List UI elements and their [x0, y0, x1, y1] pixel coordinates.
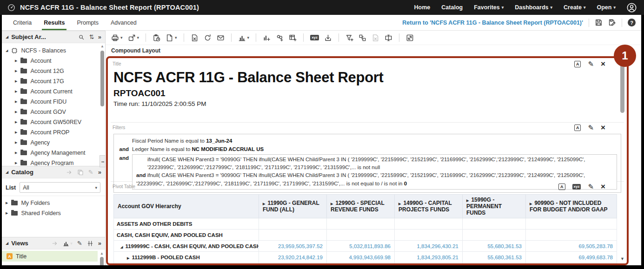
column-header-cell[interactable]: ▶11990G - GENERAL FUND (ALL): [259, 195, 327, 218]
nav-home[interactable]: Home: [414, 4, 431, 11]
content-scrollbar[interactable]: [620, 63, 624, 113]
new-filter-icon[interactable]: [345, 34, 353, 42]
nav-favorites[interactable]: Favorites▾: [474, 4, 504, 11]
tab-advanced[interactable]: Advanced: [111, 15, 137, 30]
hierarchy-row-label[interactable]: ▶1112999B - POOLED CASH: [114, 252, 259, 263]
nav-open[interactable]: Open▾: [597, 4, 616, 11]
refresh-icon[interactable]: [204, 34, 212, 42]
sidebar-splitter-handle[interactable]: ◂◂: [100, 155, 106, 167]
column-header-cell[interactable]: ▶12990G - SPECIAL REVENUE FUNDS: [327, 195, 395, 218]
data-cell[interactable]: 5,032,811,893.86: [327, 241, 395, 252]
search-icon[interactable]: [78, 34, 85, 40]
user-avatar-icon[interactable]: [627, 3, 637, 13]
collapse-triangle-icon[interactable]: ◢: [6, 241, 8, 245]
edit-view-icon[interactable]: ✎: [588, 183, 594, 191]
list-filter-select[interactable]: All▾: [20, 182, 100, 193]
edit-formula-icon[interactable]: xyz: [572, 184, 581, 190]
expanded-triangle-icon[interactable]: ◢: [6, 49, 8, 52]
format-container-icon[interactable]: A: [574, 61, 581, 67]
data-cell[interactable]: 1,834,293,805.21: [395, 252, 463, 263]
tree-item-folder[interactable]: ▶Account GOV: [6, 107, 99, 117]
hierarchy-row-label[interactable]: ▶1119999B - CASH AND CASH EQUIVALENTS: [114, 263, 259, 266]
remove-view-icon[interactable]: ×: [601, 125, 605, 131]
new-calculated-measure-icon[interactable]: [263, 34, 271, 42]
tab-criteria[interactable]: Criteria: [13, 15, 32, 30]
data-cell[interactable]: 69,505,283.78: [526, 241, 617, 252]
expand-panel-icon[interactable]: »: [98, 240, 101, 247]
nav-dashboards[interactable]: Dashboards▾: [515, 4, 552, 11]
new-view-icon[interactable]: ▾: [238, 34, 250, 42]
format-container-icon[interactable]: A: [558, 184, 565, 190]
copy-item-icon[interactable]: [77, 169, 84, 176]
column-header-cell[interactable]: ▶15990G - PERMANENT FUNDS: [463, 195, 526, 218]
import-formatting-icon[interactable]: [324, 34, 332, 42]
tree-item-folder[interactable]: ▶Account 12G: [6, 66, 99, 76]
scroll-up-icon[interactable]: ▲: [100, 44, 104, 48]
selection-steps-icon[interactable]: [359, 34, 366, 42]
data-cell[interactable]: 69,499,683.78: [526, 252, 617, 263]
tree-item-folder[interactable]: ▶Account Current: [6, 86, 99, 97]
catalog-item-shared-folders[interactable]: ▶Shared Folders: [6, 208, 105, 218]
scroll-up-icon[interactable]: ▲: [100, 251, 104, 256]
column-header-cell[interactable]: ▶14990G - CAPITAL PROJECTS FUNDS: [395, 195, 463, 218]
email-icon[interactable]: [217, 34, 225, 42]
show-dashboard-preview-icon[interactable]: [191, 34, 199, 42]
edit-formula-icon[interactable]: xyz: [310, 35, 319, 40]
column-header-cell[interactable]: ▶90990G - NOT INCLUDED FOR BUDGET AND/OR…: [526, 195, 617, 218]
data-cell[interactable]: 2,625.00: [395, 263, 463, 266]
tree-item-folder[interactable]: ▶Account FIDU: [6, 97, 99, 107]
edit-view-icon[interactable]: ✎: [77, 240, 82, 247]
data-cell[interactable]: 55,680,361.53: [463, 252, 526, 263]
sidebar-scrollbar[interactable]: [100, 51, 104, 106]
export-icon[interactable]: ▾: [128, 34, 139, 42]
data-cell[interactable]: 5,600.00: [526, 263, 617, 266]
edit-view-icon[interactable]: ✎: [588, 124, 594, 132]
data-cell[interactable]: 23,920,214,842.19: [259, 252, 327, 263]
tree-item-folder[interactable]: ▶Agency Program: [6, 158, 99, 166]
data-cell[interactable]: 55,680,361.53: [463, 241, 526, 252]
rename-view-icon[interactable]: [385, 34, 392, 42]
tree-item-folder[interactable]: ▶Account: [6, 56, 99, 66]
schedule-icon[interactable]: [153, 34, 160, 42]
data-cell[interactable]: 39,290,555.33: [259, 263, 327, 266]
open-item-icon[interactable]: [66, 169, 73, 176]
help-icon[interactable]: ?: [628, 19, 636, 26]
tree-item-folder[interactable]: ▶Agency Management: [6, 148, 99, 158]
data-cell[interactable]: 23,959,505,397.52: [259, 241, 327, 252]
swap-layout-icon[interactable]: [406, 34, 414, 42]
collapse-triangle-icon[interactable]: ◢: [6, 170, 8, 174]
return-link[interactable]: Return to 'NCFS ACFR 11G - Balance Sheet…: [402, 20, 583, 26]
new-view-icon[interactable]: ▾: [63, 240, 73, 247]
catalog-item-my-folders[interactable]: ▶My Folders: [6, 198, 105, 208]
tree-item-folder[interactable]: ▶Agency: [6, 138, 99, 148]
edit-view-icon[interactable]: ✎: [588, 60, 594, 68]
scroll-down-icon[interactable]: ▼: [620, 256, 624, 261]
data-cell[interactable]: 4,993,943,669.98: [327, 252, 395, 263]
remove-view-icon[interactable]: ×: [601, 184, 605, 190]
save-icon[interactable]: [595, 19, 603, 26]
tree-item-subject-root[interactable]: ◢ NCFS - Balances: [6, 46, 99, 56]
duplicate-view-icon[interactable]: [87, 240, 93, 247]
format-container-icon[interactable]: A: [574, 125, 581, 131]
collapse-triangle-icon[interactable]: ◢: [6, 35, 8, 39]
nav-create[interactable]: Create▾: [564, 4, 585, 11]
views-scrollbar[interactable]: [100, 257, 104, 265]
save-as-icon[interactable]: [608, 19, 616, 26]
expand-panel-icon[interactable]: »: [98, 33, 101, 40]
data-cell[interactable]: 38,868,223.88: [327, 263, 395, 266]
views-item-title[interactable]: A Title: [2, 251, 98, 262]
tab-prompts[interactable]: Prompts: [77, 15, 99, 30]
expand-panel-icon[interactable]: »: [98, 169, 101, 176]
new-calculated-item-icon[interactable]: [289, 34, 297, 42]
hierarchy-row-label[interactable]: ◢1199999C - CASH, CASH EQUIV, AND POOLED…: [114, 241, 259, 252]
add-view-to-layout-icon[interactable]: [52, 240, 58, 247]
copy-analysis-icon[interactable]: ▾: [166, 34, 177, 42]
sort-icon[interactable]: ⇅▾: [89, 33, 93, 40]
print-icon[interactable]: ▾: [111, 34, 123, 42]
tab-results[interactable]: Results: [44, 15, 65, 30]
data-cell[interactable]: 1,834,296,430.21: [395, 241, 463, 252]
tree-item-folder[interactable]: ▶Account 17G: [6, 76, 99, 86]
data-cell[interactable]: [463, 263, 526, 266]
new-group-icon[interactable]: [276, 34, 284, 42]
remove-view-icon[interactable]: ×: [601, 61, 605, 67]
